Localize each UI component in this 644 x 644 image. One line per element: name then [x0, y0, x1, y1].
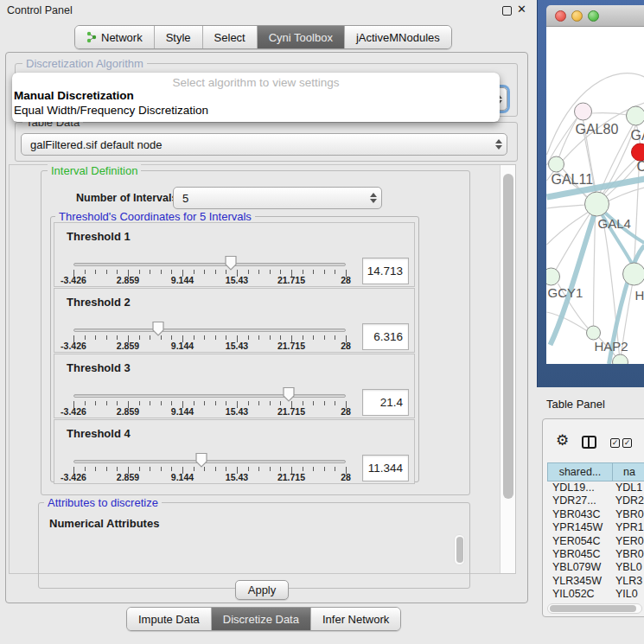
column-header-name[interactable]: na [612, 462, 644, 481]
threshold-1-label: Threshold 1 [67, 230, 131, 243]
threshold-1-box: Threshold 1-3.4262.8599.14415.4321.71528… [54, 222, 415, 287]
table-row[interactable]: YDR27...YDR2 [547, 494, 644, 507]
settings-scroll-viewport: Interval Definition Number of Intervals … [9, 164, 516, 574]
algorithm-option-manual-discretization[interactable]: Manual Discretization [14, 89, 134, 102]
threshold-3-label: Threshold 3 [67, 361, 131, 374]
close-icon[interactable]: ✕ [517, 3, 526, 16]
network-edge [559, 118, 577, 157]
table-data-combobox[interactable]: galFiltered.sif default node [21, 133, 507, 156]
combo-stepper-icon [366, 193, 381, 203]
network-node-gal80[interactable] [575, 103, 592, 120]
network-node-label: GAL11 [552, 172, 594, 187]
threshold-2-slider-track[interactable] [73, 328, 346, 332]
threshold-3-value-field[interactable]: 21.4 [362, 389, 409, 416]
tick-label: 28 [341, 341, 351, 351]
thresholds-group-title: Threshold's Coordinates for 5 Intervals [55, 210, 255, 223]
threshold-4-slider-track[interactable] [73, 460, 346, 463]
control-panel-titlebar: Control Panel ✕ [0, 0, 533, 21]
threshold-2-box: Threshold 2-3.4262.8599.14415.4321.71528… [54, 288, 415, 353]
table-row[interactable]: YBR043CYBR0 [547, 508, 644, 521]
network-edge [634, 161, 640, 264]
table-row[interactable]: YLR345WYLR3 [547, 575, 644, 588]
network-node-gal11[interactable] [549, 156, 564, 172]
split-columns-icon[interactable] [582, 436, 596, 449]
tick-label: -3.426 [61, 275, 86, 285]
network-node-gcy1[interactable] [546, 268, 560, 285]
tab-impute-data[interactable]: Impute Data [127, 608, 212, 630]
top-tab-bar: NetworkStyleSelectCyni ToolboxjActiveMNo… [74, 25, 452, 49]
threshold-2-value-field[interactable]: 6.316 [362, 323, 409, 350]
interval-definition-group: Interval Definition Number of Intervals … [41, 170, 470, 495]
threshold-4-box: Threshold 4-3.4262.8599.14415.4321.71528… [54, 419, 415, 484]
tick-label: 2.859 [117, 472, 139, 482]
network-edge [594, 216, 596, 326]
thresholds-group: Threshold's Coordinates for 5 Intervals … [50, 216, 419, 482]
table-panel-title: Table Panel [546, 398, 605, 411]
tick-label: 2.859 [117, 341, 139, 351]
network-node-label: GA [631, 128, 644, 143]
threshold-3-box: Threshold 3-3.4262.8599.14415.4321.71528… [54, 354, 415, 418]
minimize-traffic-light-icon[interactable] [571, 10, 583, 22]
tick-label: 21.715 [277, 341, 305, 351]
tick-label: 28 [341, 406, 351, 417]
combo-stepper-icon [491, 139, 507, 150]
table-row[interactable]: YBR045CYBR0 [547, 548, 644, 561]
zoom-traffic-light-icon[interactable] [588, 10, 599, 22]
network-window-titlebar[interactable] [546, 5, 644, 27]
tick-label: -3.426 [61, 472, 86, 482]
network-node-h[interactable] [623, 263, 644, 285]
threshold-1-slider-thumb[interactable] [224, 255, 238, 273]
checkbox-icon[interactable]: ✓ [610, 438, 620, 448]
tab-network[interactable]: Network [75, 26, 155, 48]
table-horizontal-scrollbar[interactable] [547, 603, 642, 614]
tick-label: 15.43 [226, 406, 248, 417]
threshold-4-value-field[interactable]: 11.344 [362, 455, 409, 481]
network-node-ga[interactable] [627, 106, 644, 125]
algorithm-option-equal-width-frequency-discretization[interactable]: Equal Width/Frequency Discretization [14, 104, 208, 117]
table-row[interactable]: YER054CYER0 [547, 535, 644, 548]
close-traffic-light-icon[interactable] [555, 10, 566, 22]
control-panel-title: Control Panel [7, 4, 73, 16]
table-header-row: shared... na [547, 462, 644, 481]
tab-style[interactable]: Style [155, 26, 203, 48]
threshold-3-slider-thumb[interactable] [282, 386, 296, 405]
table-row[interactable]: YIL052CYIL0 [547, 588, 644, 601]
number-of-intervals-combobox[interactable]: 5 [173, 187, 382, 209]
tab-select[interactable]: Select [203, 26, 258, 48]
float-window-icon[interactable] [502, 6, 512, 16]
threshold-1-value-field[interactable]: 14.713 [362, 258, 409, 284]
network-icon [86, 31, 97, 43]
attributes-list-scrollbar[interactable] [454, 534, 465, 565]
control-panel: Control Panel ✕ NetworkStyleSelectCyni T… [0, 0, 533, 644]
network-node-hap2[interactable] [587, 326, 601, 340]
tick-label: 9.144 [171, 275, 194, 285]
apply-button[interactable]: Apply [235, 580, 289, 600]
network-edge [547, 312, 588, 331]
tab-jactivemnodules[interactable]: jActiveMNodules [345, 26, 451, 48]
tab-cyni-toolbox[interactable]: Cyni Toolbox [258, 26, 345, 48]
threshold-2-label: Threshold 2 [67, 296, 131, 309]
table-row[interactable]: YBL079WYBL0 [547, 561, 644, 574]
table-row[interactable]: YPR145WYPR1 [547, 521, 644, 534]
network-canvas[interactable]: GAL80GACGAL11GAL4GCY1HHAP2 [546, 27, 644, 364]
threshold-2-slider-thumb[interactable] [151, 321, 165, 339]
network-view-window: GAL80GACGAL11GAL4GCY1HHAP2 [537, 0, 644, 387]
gear-icon[interactable]: ⚙ [556, 433, 569, 448]
tick-label: 9.144 [171, 341, 194, 351]
tick-label: 15.43 [226, 341, 248, 351]
table-data-group: Table Data galFiltered.sif default node [15, 122, 518, 162]
network-edge [547, 205, 585, 208]
threshold-3-slider-track[interactable] [73, 394, 346, 398]
settings-vertical-scrollbar[interactable] [500, 165, 515, 573]
table-row[interactable]: YDL19...YDL1 [547, 481, 644, 494]
network-edge [604, 159, 637, 194]
threshold-1-slider-track[interactable] [73, 263, 346, 266]
network-node-gal4[interactable] [585, 192, 609, 216]
threshold-4-slider-thumb[interactable] [194, 452, 208, 470]
network-node-c[interactable] [632, 143, 644, 161]
tick-label: 2.859 [117, 406, 139, 417]
column-header-shared[interactable]: shared... [547, 462, 612, 481]
tab-discretize-data[interactable]: Discretize Data [212, 608, 311, 630]
checkbox-icon[interactable]: ✓ [622, 438, 632, 448]
tab-infer-network[interactable]: Infer Network [311, 608, 400, 630]
